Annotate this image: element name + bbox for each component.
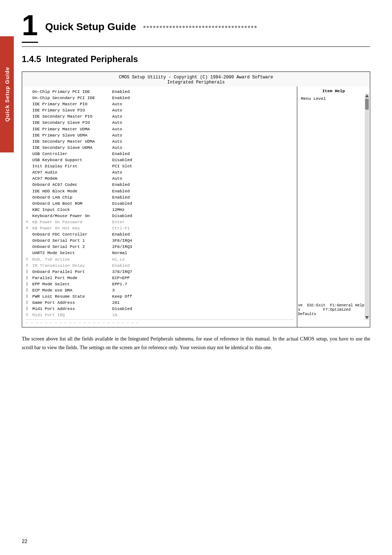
row-label: KB Power On Hot Key [32, 225, 112, 231]
dot [143, 26, 146, 28]
row-value: 3 [112, 287, 293, 293]
dot [209, 26, 211, 28]
row-prefix [26, 250, 32, 256]
scrollbar-thumb[interactable] [365, 99, 369, 110]
row-label: Midi Port IRQ [32, 312, 112, 318]
row-prefix: X [26, 219, 32, 225]
bios-row: On-Chip Primary PCI IDEEnabled [26, 89, 293, 95]
row-prefix: | [26, 287, 32, 293]
row-prefix [26, 163, 32, 169]
row-label: Onboard Parallel Port [32, 269, 112, 275]
row-prefix [26, 145, 32, 151]
dot [205, 26, 208, 28]
bios-row: IDE Secondary Master UDMAAuto [26, 139, 293, 144]
bios-row: KBC Input Clock12MHz [26, 207, 293, 213]
sidebar-tab: Quick Setup Guide [0, 36, 14, 152]
row-label: PWR Lost Resume State [32, 294, 112, 299]
bios-row: AC97 AudioAuto [26, 170, 293, 175]
bios-row: IDE Secondary Master PIOAuto [26, 114, 293, 119]
row-label: Onboard Serial Port 2 [32, 244, 112, 250]
row-value: Auto [112, 145, 293, 151]
row-label: Init Display First [32, 163, 112, 169]
row-label: ECP Mode Use DMA [32, 287, 112, 293]
dots-decoration [143, 26, 370, 28]
row-value: Disabled [112, 213, 293, 219]
row-label: Parallel Port Mode [32, 275, 112, 281]
bios-row: X KB Power On Hot KeyCtrl-F1 [26, 225, 293, 231]
row-prefix: | [26, 300, 32, 306]
cmos-copyright: CMOS Setup Utility - Copyright (C) 1984-… [22, 75, 370, 80]
row-value: Ctrl-F1 [112, 225, 293, 231]
bios-row: IDE Primary Slave PIOAuto [26, 107, 293, 113]
row-label: On-Chip Secondary PCI IDE [32, 95, 112, 101]
row-prefix: | [26, 281, 32, 287]
page-number: 22 [22, 538, 28, 544]
row-prefix [26, 120, 32, 126]
row-label: Keyboard/Mouse Power On [32, 213, 112, 219]
row-value: Auto [112, 101, 293, 107]
dot [228, 26, 230, 28]
dot [225, 26, 227, 28]
row-value: Auto [112, 132, 293, 138]
row-label: Onboard Serial Port 1 [32, 238, 112, 244]
row-value: Auto [112, 120, 293, 126]
section-number: 1.4.5 [22, 54, 41, 64]
header-separator [22, 46, 370, 47]
dot [222, 26, 224, 28]
row-prefix [26, 232, 32, 237]
header-right: Quick Setup Guide [45, 21, 371, 33]
bios-row: Onboard Serial Port 22F8/IRQ3 [26, 244, 293, 250]
row-value: Auto [112, 139, 293, 144]
row-value: 12MHz [112, 207, 293, 213]
bios-row: USB Keyboard SupportDisabled [26, 157, 293, 163]
row-value: 201 [112, 300, 293, 306]
row-prefix [26, 89, 32, 95]
row-prefix: | [26, 294, 32, 299]
dot [202, 26, 204, 28]
row-prefix [26, 182, 32, 188]
section-title: 1.4.5 Integrated Peripherals [22, 54, 370, 64]
row-label: Onboard LAN Chip [32, 195, 112, 200]
row-prefix [26, 188, 32, 194]
row-value: Keep Off [112, 294, 293, 299]
row-label: Onboard FDC Controller [32, 232, 112, 237]
cmos-subtitle: Integrated Peripherals [22, 80, 370, 85]
bios-row: Onboard LAN Boot ROMDisabled [26, 201, 293, 207]
dot [219, 26, 221, 28]
row-value: Disabled [112, 201, 293, 207]
row-label: IDE Secondary Master PIO [32, 114, 112, 119]
page-title: Quick Setup Guide [45, 21, 371, 33]
row-prefix [26, 195, 32, 200]
dot [254, 26, 257, 28]
row-prefix [26, 201, 32, 207]
row-value: Auto [112, 176, 293, 181]
dot [241, 26, 244, 28]
row-prefix [26, 132, 32, 138]
bios-row: X Midi Port IRQ10 [26, 312, 293, 318]
row-label: IDE Secondary Slave PIO [32, 120, 112, 126]
bios-row: | Onboard Parallel Port378/IRQ7 [26, 269, 293, 275]
dot [166, 26, 168, 28]
scrollbar-down-arrow[interactable] [365, 316, 369, 319]
bios-row: | PWR Lost Resume StateKeep Off [26, 294, 293, 299]
row-prefix [26, 176, 32, 181]
row-value: Auto [112, 107, 293, 113]
row-value: Enabled [112, 263, 293, 269]
row-prefix [26, 107, 32, 113]
scrollbar[interactable] [365, 94, 369, 320]
row-label: RxD, TxD Active [32, 257, 112, 262]
dot [189, 26, 191, 28]
scrollbar-up-arrow[interactable] [365, 94, 369, 97]
dot [156, 26, 159, 28]
dot [186, 26, 188, 28]
row-value: Enter [112, 219, 293, 225]
bios-row: | Parallel Port ModeECP+EPP [26, 275, 293, 281]
description-text: The screen above list all the fields ava… [22, 335, 370, 352]
bios-row: Onboard FDC ControllerEnabled [26, 232, 293, 237]
row-prefix [26, 139, 32, 144]
row-value: Enabled [112, 188, 293, 194]
bios-row: IDE Primary Master PIOAuto [26, 101, 293, 107]
row-label: IDE Primary Master PIO [32, 101, 112, 107]
bios-row: IDE HDD Block ModeEnabled [26, 188, 293, 194]
row-value: Auto [112, 114, 293, 119]
